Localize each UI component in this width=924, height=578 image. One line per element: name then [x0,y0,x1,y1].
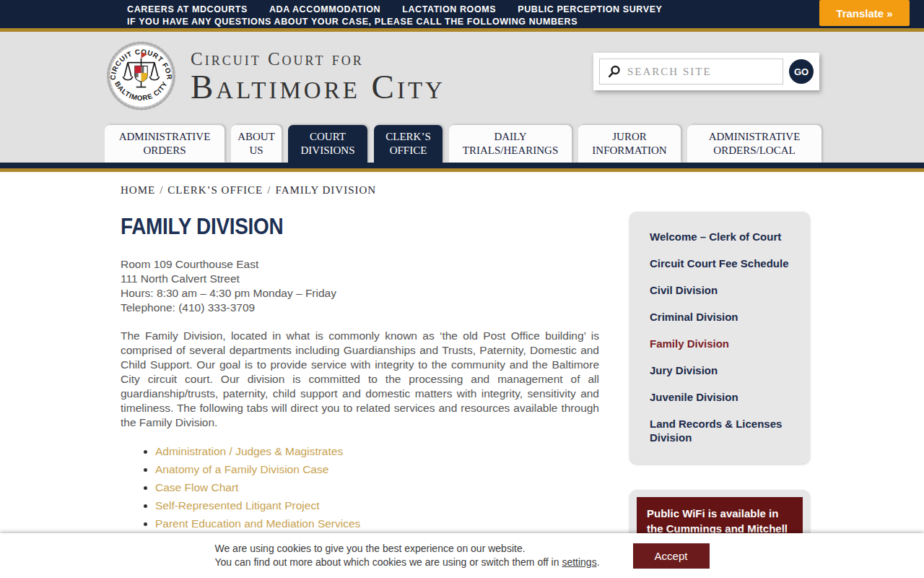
link-careers-mdcourts[interactable]: CAREERS AT MDCOURTS [127,4,248,14]
link-ada-accommodation[interactable]: ADA ACCOMMODATION [269,4,380,14]
utility-topbar: CAREERS AT MDCOURTS ADA ACCOMMODATION LA… [0,0,924,32]
list-item: Anatomy of a Family Division Case [155,464,599,475]
cookie-settings-link[interactable]: settings [562,556,596,568]
link-case-questions-numbers[interactable]: IF YOU HAVE ANY QUESTIONS ABOUT YOUR CAS… [127,17,578,27]
cookie-line2-prefix: You can find out more about which cookie… [214,556,562,568]
cookie-accept-button[interactable]: Accept [633,543,710,569]
breadcrumb-current: FAMILY DIVISION [275,184,376,196]
sidebar-item-criminal-division[interactable]: Criminal Division [650,303,810,330]
link-public-perception-survey[interactable]: PUBLIC PERCEPTION SURVEY [518,4,662,14]
list-item: Case Flow Chart [155,482,599,493]
sidebar-item-fee-schedule[interactable]: Circuit Court Fee Schedule [650,250,810,277]
tab-about-us[interactable]: ABOUT US [231,125,282,163]
cookie-line1: We are using cookies to give you the bes… [214,542,599,556]
address-telephone: Telephone: (410) 333-3709 [121,301,599,315]
main-nav: ADMINISTRATIVE ORDERS ABOUT US COURT DIV… [105,125,821,163]
breadcrumb: HOME/CLERK’S OFFICE/FAMILY DIVISION [121,184,599,197]
cookie-line2: You can find out more about which cookie… [214,556,599,569]
page: CAREERS AT MDCOURTS ADA ACCOMMODATION LA… [0,0,924,578]
tab-administrative-orders-local[interactable]: ADMINISTRATIVE ORDERS/LOCAL [687,125,821,163]
tab-juror-information[interactable]: JUROR INFORMATION [578,125,681,163]
site-search: GO [593,53,819,90]
list-item: Self-Represented Litigant Project [155,500,599,512]
address-block: Room 109 Courthouse East 111 North Calve… [121,257,599,315]
intro-paragraph: The Family Division, located in what is … [121,329,599,430]
clerks-office-menu: Welcome – Clerk of Court Circuit Court F… [629,212,810,464]
related-links-list: Administration / Judges & Magistrates An… [121,446,599,548]
utility-links: CAREERS AT MDCOURTS ADA ACCOMMODATION LA… [127,4,663,29]
search-field [599,59,783,85]
address-room: Room 109 Courthouse East [121,257,599,272]
link-parent-education-mediation[interactable]: Parent Education and Mediation Services [155,517,360,530]
address-hours: Hours: 8:30 am – 4:30 pm Monday – Friday [121,286,599,301]
search-input[interactable] [627,61,783,82]
list-item: Parent Education and Mediation Services [155,518,599,530]
breadcrumb-separator: / [160,184,163,196]
cookie-banner: We are using cookies to give you the bes… [0,533,924,578]
search-go-button[interactable]: GO [789,59,814,84]
breadcrumb-home[interactable]: HOME [121,184,155,196]
breadcrumb-separator: / [267,184,271,196]
tab-court-divisions[interactable]: COURT DIVISIONS [288,125,367,163]
tab-clerks-office[interactable]: CLERK’S OFFICE [374,125,443,163]
sidebar-item-land-records-licenses[interactable]: Land Records & Licenses Division [650,410,810,451]
page-title: FAMILY DIVISION [121,214,552,240]
sidebar: Welcome – Clerk of Court Circuit Court F… [629,212,810,578]
list-item: Administration / Judges & Magistrates [155,446,599,457]
link-administration-judges-magistrates[interactable]: Administration / Judges & Magistrates [155,445,343,457]
link-anatomy-family-division-case[interactable]: Anatomy of a Family Division Case [155,463,328,475]
scales-of-justice-seal-icon: CIRCUIT COURT FOR BALTIMORE CITY [106,40,176,112]
site-title: Baltimore City [191,69,445,105]
cookie-line2-suffix: . [597,556,600,568]
link-self-represented-litigant-project[interactable]: Self-Represented Litigant Project [155,499,319,512]
tab-daily-trials-hearings[interactable]: DAILY TRIALS/HEARINGS [449,125,572,163]
main-column: HOME/CLERK’S OFFICE/FAMILY DIVISION FAMI… [121,170,599,554]
translate-button[interactable]: Translate » [819,0,910,26]
sidebar-item-civil-division[interactable]: Civil Division [650,277,810,303]
sidebar-item-juvenile-division[interactable]: Juvenile Division [650,384,810,410]
content: HOME/CLERK’S OFFICE/FAMILY DIVISION FAMI… [0,170,924,578]
link-case-flow-chart[interactable]: Case Flow Chart [155,481,238,493]
sidebar-item-family-division[interactable]: Family Division [650,330,810,357]
address-street: 111 North Calvert Street [121,272,599,286]
masthead: CIRCUIT COURT FOR BALTIMORE CITY [0,32,924,163]
site-pretitle: Circuit Court for [191,49,445,69]
court-seal: CIRCUIT COURT FOR BALTIMORE CITY [106,40,176,112]
sidebar-item-jury-division[interactable]: Jury Division [650,357,810,384]
breadcrumb-clerks-office[interactable]: CLERK’S OFFICE [167,184,263,196]
cookie-message: We are using cookies to give you the bes… [214,542,599,569]
nav-underbar [0,163,924,170]
site-title-block: Circuit Court for Baltimore City [191,49,445,105]
sidebar-item-welcome-clerk[interactable]: Welcome – Clerk of Court [650,223,810,250]
link-lactation-rooms[interactable]: LACTATION ROOMS [402,4,496,14]
tab-administrative-orders[interactable]: ADMINISTRATIVE ORDERS [105,125,225,163]
search-icon [607,64,622,79]
